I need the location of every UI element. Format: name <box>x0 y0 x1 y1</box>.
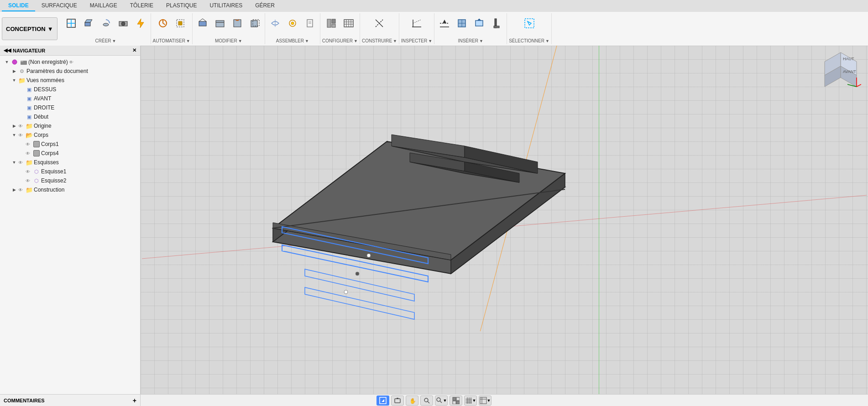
ins-btn1[interactable] <box>436 13 453 33</box>
sel-btn1[interactable] <box>521 13 538 33</box>
new-body-button[interactable] <box>63 13 79 33</box>
ins-btn2[interactable] <box>454 13 470 33</box>
esquisse2-eye[interactable]: 👁 <box>25 177 31 184</box>
mod-btn3[interactable] <box>229 13 246 33</box>
mod-btn1[interactable] <box>194 13 211 33</box>
mod-btn4[interactable] <box>246 13 263 33</box>
root-eye[interactable]: 👁 <box>68 59 74 65</box>
avant-view-icon: ▣ <box>26 95 33 102</box>
svg-text:HAUT: HAUT <box>843 57 854 61</box>
camera-btn[interactable] <box>391 396 404 406</box>
tree-item-droite[interactable]: ▣ DROITE <box>0 103 140 112</box>
tree-item-esquisses[interactable]: ▼ 👁 📁 Esquisses <box>0 158 140 167</box>
tree-item-debut[interactable]: ▣ Début <box>0 112 140 121</box>
const-btn1[interactable] <box>371 13 387 33</box>
construction-eye[interactable]: 👁 <box>17 187 24 193</box>
origine-expand[interactable]: ▶ <box>11 123 17 129</box>
tab-tolerie[interactable]: TÔLERIE <box>124 0 160 11</box>
assembler-label[interactable]: ASSEMBLER ▼ <box>276 38 309 44</box>
vues-expand[interactable]: ▼ <box>11 77 17 83</box>
svg-rect-91 <box>453 397 456 401</box>
tab-gerer[interactable]: GÉRER <box>249 0 281 11</box>
creer-label[interactable]: CRÉER ▼ <box>95 38 116 44</box>
auto-btn1[interactable] <box>155 13 171 33</box>
comments-add-btn[interactable]: + <box>133 397 136 404</box>
nav-cube-container[interactable]: HAUT AVANT <box>820 50 861 91</box>
tree-item-corps4[interactable]: 👁 Corps4 <box>0 149 140 158</box>
esquisse1-sketch-icon: ⬡ <box>33 168 40 175</box>
viewport[interactable]: HAUT AVANT <box>141 46 868 394</box>
assem-btn3[interactable] <box>302 13 318 33</box>
inspecter-label[interactable]: INSPECTER ▼ <box>401 38 432 44</box>
tree-item-esquisse2[interactable]: 👁 ⬡ Esquisse2 <box>0 176 140 185</box>
tree-item-vues[interactable]: ▼ 📁 Vues nommées <box>0 76 140 85</box>
tree-item-corps-group[interactable]: ▼ 👁 📂 Corps <box>0 130 140 140</box>
visibility-btn[interactable]: ▼ <box>479 396 492 406</box>
view-mode-btn[interactable] <box>376 396 389 406</box>
corps-expand[interactable]: ▼ <box>11 132 17 138</box>
assem-btn2[interactable] <box>284 13 301 33</box>
esquisse1-eye[interactable]: 👁 <box>25 168 31 175</box>
tree-item-origine[interactable]: ▶ 👁 📁 Origine <box>0 121 140 130</box>
nav-close-btn[interactable]: ✕ <box>132 47 136 53</box>
main-content: ◀◀ NAVIGATEUR ✕ ▼ (Non enregistré) 👁 ▶ ⚙… <box>0 46 868 394</box>
inserer-label[interactable]: INSÉRER ▼ <box>458 38 483 44</box>
corps-eye[interactable]: 👁 <box>17 132 24 138</box>
axis-y <box>599 46 599 394</box>
auto-btn2[interactable] <box>172 13 188 33</box>
params-expand[interactable]: ▶ <box>11 68 17 74</box>
display-mode-btn[interactable] <box>450 396 462 406</box>
tree-item-corps1[interactable]: 👁 Corps1 <box>0 140 140 149</box>
svg-rect-49 <box>525 19 534 28</box>
construire-label[interactable]: CONSTRUIRE ▼ <box>362 38 397 44</box>
hole-button[interactable] <box>115 13 131 33</box>
root-expand[interactable]: ▼ <box>4 59 10 65</box>
automatiser-label[interactable]: AUTOMATISER ▼ <box>153 38 190 44</box>
esquisses-expand[interactable]: ▼ <box>11 159 17 166</box>
assem-btn1[interactable] <box>267 13 283 33</box>
tree-item-dessus[interactable]: ▣ DESSUS <box>0 85 140 94</box>
tab-utilitaires[interactable]: UTILITAIRES <box>203 0 249 11</box>
zoom-btn[interactable] <box>420 396 433 406</box>
zoom-dropdown-btn[interactable]: ▼ <box>435 396 448 406</box>
tree-item-avant[interactable]: ▣ AVANT <box>0 94 140 103</box>
tree-item-esquisse1[interactable]: 👁 ⬡ Esquisse1 <box>0 167 140 176</box>
corps1-eye[interactable]: 👁 <box>25 141 31 147</box>
tab-surfacique[interactable]: SURFACIQUE <box>35 0 84 11</box>
ins-btn4[interactable] <box>488 13 505 33</box>
origine-folder-icon: 📁 <box>26 122 33 130</box>
corps1-body-icon <box>33 141 40 148</box>
ins-btn3[interactable] <box>471 13 487 33</box>
origine-eye[interactable]: 👁 <box>17 123 24 129</box>
svg-marker-69 <box>305 287 414 319</box>
tree-item-root[interactable]: ▼ (Non enregistré) 👁 <box>0 57 140 67</box>
config-btn1[interactable] <box>323 13 340 33</box>
config-btn2[interactable] <box>340 13 357 33</box>
tab-maillage[interactable]: MAILLAGE <box>84 0 124 11</box>
params-gear-icon: ⚙ <box>18 68 26 75</box>
tab-plastique[interactable]: PLASTIQUE <box>160 0 203 11</box>
svg-rect-26 <box>327 19 331 27</box>
tree-item-construction[interactable]: ▶ 👁 📁 Construction <box>0 185 140 194</box>
root-label: (Non enregistré) <box>28 59 68 65</box>
pan-btn[interactable]: ✋ <box>406 396 418 406</box>
tab-solide[interactable]: SOLIDE <box>2 0 35 11</box>
tree-item-params[interactable]: ▶ ⚙ Paramètres du document <box>0 67 140 76</box>
mod-btn2[interactable] <box>212 13 228 33</box>
configurer-label[interactable]: CONFIGURER ▼ <box>322 38 358 44</box>
nav-collapse-left[interactable]: ◀◀ <box>4 47 11 53</box>
esquisses-eye[interactable]: 👁 <box>17 159 24 166</box>
selectionner-label[interactable]: SÉLECTIONNER ▼ <box>509 38 549 44</box>
special-button[interactable] <box>132 13 149 33</box>
inspect-btn1[interactable] <box>408 13 425 33</box>
svg-marker-4 <box>85 20 92 22</box>
construction-expand[interactable]: ▶ <box>11 187 17 193</box>
conception-button[interactable]: CONCEPTION ▼ <box>2 17 58 40</box>
grid-btn[interactable]: ▼ <box>464 396 477 406</box>
extrude-button[interactable] <box>80 13 97 33</box>
modifier-label[interactable]: MODIFIER ▼ <box>215 38 242 44</box>
corps4-eye[interactable]: 👁 <box>25 150 31 156</box>
revolve-button[interactable] <box>98 13 114 33</box>
svg-point-7 <box>121 22 125 26</box>
inspecter-icons <box>408 13 425 33</box>
